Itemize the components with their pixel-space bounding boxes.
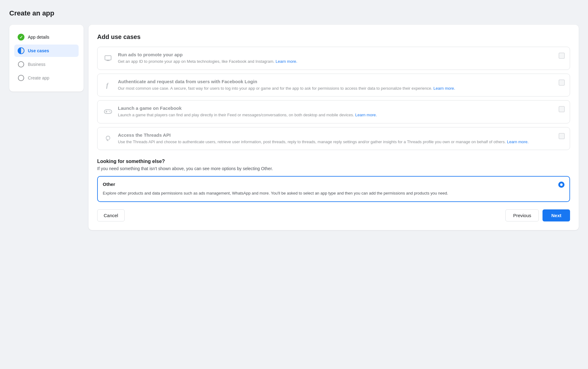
sidebar-item-business[interactable]: Business	[14, 58, 79, 71]
use-case-desc-launch-game: Launch a game that players can find and …	[118, 112, 554, 118]
half-circle-icon	[17, 47, 25, 54]
learn-more-run-ads[interactable]: Learn more.	[275, 59, 297, 64]
main-content: Add use cases Run ads to promote your ap…	[89, 25, 579, 230]
use-case-title-run-ads: Run ads to promote your app	[118, 52, 554, 57]
looking-desc: If you need something that isn't shown a…	[97, 166, 570, 171]
previous-button[interactable]: Previous	[505, 209, 539, 221]
use-case-card-run-ads[interactable]: Run ads to promote your app Get an app I…	[97, 47, 570, 70]
sidebar: App details Use cases Business Create ap…	[9, 25, 84, 92]
sidebar-label-business: Business	[28, 62, 45, 67]
facebook-icon: f	[102, 79, 114, 91]
page-title: Create an app	[9, 9, 579, 17]
sidebar-item-create-app[interactable]: Create app	[14, 72, 79, 84]
use-case-card-facebook-login[interactable]: f Authenticate and request data from use…	[97, 74, 570, 97]
svg-point-7	[109, 111, 110, 112]
learn-more-threads-api[interactable]: Learn more.	[507, 139, 529, 144]
radio-threads-api[interactable]	[559, 133, 565, 139]
sidebar-item-app-details[interactable]: App details	[14, 31, 79, 43]
radio-launch-game[interactable]	[559, 106, 565, 112]
check-icon	[17, 33, 25, 41]
use-case-title-launch-game: Launch a game on Facebook	[118, 105, 554, 111]
use-case-content-launch-game: Launch a game on Facebook Launch a game …	[118, 105, 554, 118]
svg-point-8	[110, 112, 110, 112]
use-case-card-launch-game[interactable]: Launch a game on Facebook Launch a game …	[97, 100, 570, 123]
other-card-title: Other	[103, 182, 115, 187]
svg-point-9	[108, 140, 108, 141]
sidebar-label-create-app: Create app	[28, 75, 49, 80]
svg-text:f: f	[106, 82, 109, 89]
right-buttons: Previous Next	[505, 209, 570, 221]
radio-facebook-login[interactable]	[559, 79, 565, 86]
monitor-icon	[102, 53, 114, 64]
other-card-desc: Explore other products and data permissi…	[103, 190, 564, 196]
other-card-header: Other	[103, 182, 564, 188]
use-case-title-facebook-login: Authenticate and request data from users…	[118, 79, 554, 84]
cancel-button[interactable]: Cancel	[97, 209, 125, 221]
use-case-content-run-ads: Run ads to promote your app Get an app I…	[118, 52, 554, 65]
use-case-content-threads-api: Access the Threads API Use the Threads A…	[118, 132, 554, 145]
circle-icon-create-app	[17, 74, 25, 82]
other-card[interactable]: Other Explore other products and data pe…	[97, 176, 570, 202]
use-case-content-facebook-login: Authenticate and request data from users…	[118, 79, 554, 92]
svg-rect-0	[105, 56, 111, 60]
sidebar-label-use-cases: Use cases	[28, 48, 49, 53]
gamepad-icon	[102, 106, 114, 117]
threads-icon	[102, 133, 114, 144]
sidebar-item-use-cases[interactable]: Use cases	[14, 45, 79, 57]
learn-more-launch-game[interactable]: Learn more.	[355, 113, 377, 117]
use-case-title-threads-api: Access the Threads API	[118, 132, 554, 138]
use-case-desc-facebook-login: Our most common use case. A secure, fast…	[118, 85, 554, 92]
learn-more-facebook-login[interactable]: Learn more.	[434, 86, 455, 91]
use-case-desc-threads-api: Use the Threads API and choose to authen…	[118, 139, 554, 145]
circle-icon-business	[17, 61, 25, 68]
radio-run-ads[interactable]	[559, 53, 565, 59]
other-radio-selected[interactable]	[558, 182, 564, 188]
use-case-card-threads-api[interactable]: Access the Threads API Use the Threads A…	[97, 127, 570, 150]
looking-section: Looking for something else? If you need …	[97, 159, 570, 171]
layout: App details Use cases Business Create ap…	[9, 25, 579, 230]
svg-rect-4	[104, 110, 112, 114]
section-title: Add use cases	[97, 33, 570, 41]
next-button[interactable]: Next	[543, 209, 570, 221]
sidebar-label-app-details: App details	[28, 35, 49, 40]
looking-title: Looking for something else?	[97, 159, 570, 164]
use-case-desc-run-ads: Get an app ID to promote your app on Met…	[118, 58, 554, 65]
footer: Cancel Previous Next	[97, 209, 570, 221]
